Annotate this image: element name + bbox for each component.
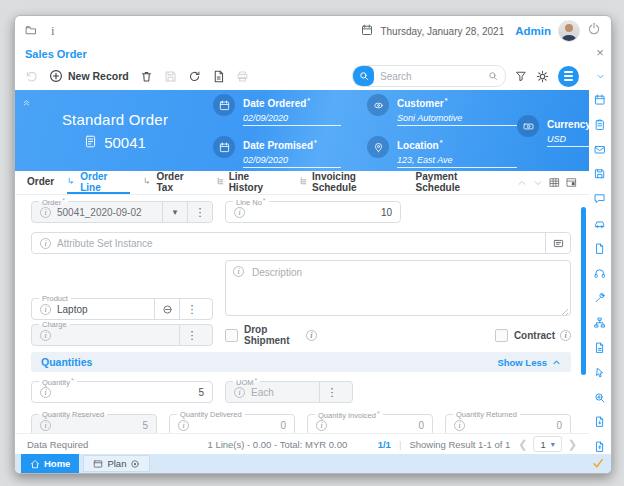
quantity-returned-value: 0: [556, 420, 562, 431]
charge-more-button[interactable]: ⋮: [179, 325, 204, 345]
tab-line-history[interactable]: Line History: [216, 171, 286, 194]
product-info-button[interactable]: [154, 299, 179, 319]
home-tab-label: Home: [44, 458, 70, 469]
calendar-icon[interactable]: [594, 92, 606, 110]
tab-order-tax[interactable]: Order Tax: [143, 171, 202, 194]
confirm-check-icon[interactable]: [592, 455, 604, 473]
product-field[interactable]: Product i ⋮: [31, 298, 213, 320]
customer-field[interactable]: Customer* Soni Automotive: [367, 93, 517, 126]
quantity-invoiced-field[interactable]: Quantity Invoiced* i 0: [307, 414, 433, 433]
user-name[interactable]: Admin: [515, 25, 551, 37]
info-icon: i: [40, 304, 51, 315]
print-icon[interactable]: [236, 70, 249, 83]
close-icon[interactable]: ×: [596, 46, 604, 60]
line-no-input[interactable]: [251, 207, 392, 218]
uom-more-button[interactable]: ⋮: [319, 382, 344, 402]
clipboard-icon[interactable]: [594, 116, 606, 134]
headset-icon[interactable]: [594, 265, 606, 283]
quantity-input[interactable]: [57, 387, 204, 398]
uom-field[interactable]: UOM* i Each ⋮: [225, 381, 353, 403]
record-up-icon[interactable]: [517, 174, 527, 192]
title-row: Sales Order: [15, 46, 589, 62]
product-more-button[interactable]: ⋮: [179, 299, 204, 319]
date-ordered-value[interactable]: 02/09/2020: [243, 111, 341, 126]
prev-page-icon[interactable]: ❮: [518, 438, 527, 451]
avatar[interactable]: [558, 20, 580, 42]
location-field[interactable]: Location* 123, East Ave: [367, 135, 517, 168]
description-input[interactable]: [225, 260, 571, 316]
next-page-icon[interactable]: ❯: [568, 438, 577, 451]
file-icon[interactable]: [594, 340, 606, 358]
document-icon[interactable]: [594, 240, 606, 258]
grid-view-icon[interactable]: [549, 174, 560, 192]
collapse-header-icon[interactable]: [22, 93, 31, 111]
order-dropdown-button[interactable]: ▾: [162, 202, 187, 222]
new-record-button[interactable]: New Record: [49, 69, 129, 83]
tab-invoicing-schedule[interactable]: Invoicing Schedule: [299, 171, 403, 194]
line-no-field[interactable]: Line No* i: [225, 201, 401, 223]
export-document-icon[interactable]: [212, 70, 225, 83]
attribute-editor-button[interactable]: [545, 233, 570, 253]
order-field[interactable]: Order* i 50041_2020-09-02 ▾ ⋮: [31, 201, 213, 223]
tab-order-line[interactable]: Order Line: [67, 171, 130, 194]
date-promised-field[interactable]: Date Promised* 02/09/2020: [213, 135, 341, 168]
gear-icon[interactable]: [536, 70, 549, 83]
filter-icon[interactable]: [515, 70, 527, 82]
page-select[interactable]: 1▾: [533, 436, 561, 452]
quantities-toggle[interactable]: Show Less: [497, 357, 561, 368]
quantities-title: Quantities: [41, 356, 92, 368]
wrench-icon[interactable]: [594, 290, 606, 308]
quantity-returned-field[interactable]: Quantity Returned i 0: [445, 414, 571, 433]
charge-field[interactable]: Charge i ⋮: [31, 324, 213, 346]
date-promised-value[interactable]: 02/09/2020: [243, 153, 341, 168]
info-icon[interactable]: i: [51, 23, 55, 39]
info-icon: i: [40, 330, 51, 341]
magnifier-icon[interactable]: [488, 67, 498, 85]
quantities-section-header: Quantities Show Less: [31, 352, 571, 372]
description-field: i: [225, 260, 571, 320]
save-icon[interactable]: [594, 166, 606, 184]
form-view-icon[interactable]: [566, 174, 577, 192]
product-input[interactable]: [57, 304, 154, 315]
tab-payment-schedule[interactable]: Payment Schedule: [416, 171, 504, 194]
currency-field[interactable]: Currency* USD: [517, 114, 595, 147]
zoom-in-icon[interactable]: [594, 389, 606, 407]
cursor-icon[interactable]: [594, 364, 606, 382]
chat-icon[interactable]: [594, 191, 606, 209]
contract-label: Contract: [514, 330, 555, 341]
tab-order[interactable]: Order: [27, 171, 54, 194]
taskbar-tab-home[interactable]: Home: [21, 454, 79, 473]
quantity-reserved-field[interactable]: Quantity Reserved i 5: [31, 414, 157, 433]
vertical-scrollbar[interactable]: [581, 207, 586, 375]
attribute-set-instance-field[interactable]: i: [31, 232, 571, 254]
showing-result: Showing Result 1-1 of 1: [409, 439, 510, 450]
undo-icon[interactable]: [25, 70, 38, 83]
quantity-delivered-field[interactable]: Quantity Delivered i 0: [169, 414, 295, 433]
mail-icon[interactable]: [594, 141, 606, 159]
power-icon[interactable]: [587, 22, 601, 40]
attribute-set-instance-input[interactable]: [57, 238, 545, 249]
quantity-field[interactable]: Quantity* i: [31, 381, 213, 403]
info-icon: i: [40, 420, 51, 431]
folder-icon[interactable]: [25, 22, 37, 40]
refresh-icon[interactable]: [188, 70, 201, 83]
chevron-down-icon[interactable]: [596, 67, 605, 85]
new-record-label: New Record: [68, 70, 129, 82]
record-down-icon[interactable]: [533, 174, 543, 192]
currency-value[interactable]: USD: [547, 132, 595, 147]
save-icon[interactable]: [164, 70, 177, 83]
contract-checkbox[interactable]: [495, 329, 508, 342]
car-icon[interactable]: [594, 216, 606, 234]
order-more-button[interactable]: ⋮: [187, 202, 212, 222]
calendar-icon: [213, 94, 235, 116]
customer-value[interactable]: Soni Automotive: [397, 111, 517, 126]
sitemap-icon[interactable]: [594, 315, 606, 333]
date-ordered-field[interactable]: Date Ordered* 02/09/2020: [213, 93, 341, 126]
file-import-icon[interactable]: [594, 414, 606, 432]
delete-icon[interactable]: [140, 70, 153, 83]
hamburger-menu-icon[interactable]: [558, 66, 579, 87]
location-value[interactable]: 123, East Ave: [397, 153, 517, 168]
taskbar-tab-plan[interactable]: Plan: [83, 455, 150, 472]
search-input[interactable]: [374, 71, 488, 82]
drop-shipment-checkbox[interactable]: [225, 329, 238, 342]
